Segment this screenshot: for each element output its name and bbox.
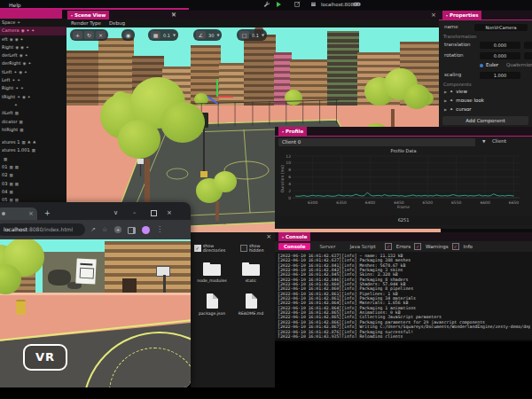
avatar[interactable] (142, 226, 150, 234)
extensions-icon[interactable]: + (114, 226, 121, 233)
package-icon[interactable] (310, 1, 317, 8)
add-component-button[interactable]: Add Component (442, 116, 528, 125)
hierarchy-item-derLeft[interactable]: derLeft◉✦ (0, 51, 66, 59)
console-filter-server[interactable]: Server (314, 243, 340, 250)
euler-radio[interactable] (480, 64, 483, 67)
grid-icon[interactable]: ▦ (151, 31, 160, 39)
component-cursor[interactable]: ▶✦cursor (444, 105, 472, 113)
chevron-down-icon[interactable]: ▼ (173, 33, 176, 37)
hierarchy-item-02[interactable]: 02▦ (0, 171, 66, 179)
show-hidden-checkbox[interactable] (240, 245, 247, 252)
tab-properties[interactable]: ▾Properties (442, 11, 481, 20)
chevron-down-icon[interactable]: ▼ (262, 33, 264, 37)
hierarchy-item-htRight[interactable]: htRight▦ (0, 126, 66, 134)
console-filter-console[interactable]: Console (278, 243, 310, 250)
hierarchy-item-tRight[interactable]: tRight✦◉✦ (0, 93, 66, 101)
tab-profile[interactable]: ▾Profile (278, 127, 307, 136)
hierarchy-item-tLeft[interactable]: tLeft✦◉✦ (0, 68, 66, 76)
share-icon[interactable]: ↗ (90, 226, 96, 233)
side-panel-icon[interactable] (128, 227, 136, 234)
tab-console[interactable]: ▾Console (278, 232, 310, 241)
menu-debug[interactable]: Debug (109, 20, 125, 27)
square-icon[interactable]: □ (239, 31, 249, 39)
address-bar[interactable]: localhost:8080/index.html (0, 223, 85, 236)
console-log-list[interactable]: [2022-06-10 16:01:42.637][info] ~ name: … (278, 254, 530, 338)
new-tab-icon[interactable]: + (44, 209, 51, 217)
hierarchy-item-03[interactable]: 03▦▦ (0, 180, 66, 188)
panel-close-icon[interactable]: × (171, 12, 176, 18)
gizmo-x-axis[interactable] (217, 96, 233, 98)
component-view[interactable]: ▶✦view (444, 87, 467, 96)
angle-icon[interactable]: ∠ (196, 31, 206, 39)
hierarchy-item-Right[interactable]: Right◉◉✦ (0, 43, 66, 51)
tab-scene-view[interactable]: ▾Scene View (67, 11, 109, 20)
show-directories-checkbox[interactable]: ✓ (194, 245, 201, 252)
grid-snap-value[interactable]: 0.1 (162, 33, 171, 38)
vr-button[interactable]: VR (23, 344, 67, 371)
scaling-field[interactable]: 1.000 (480, 72, 520, 79)
client-dropdown[interactable]: Client 0 (278, 138, 475, 146)
scale-tool-button[interactable]: × (96, 31, 106, 39)
filter-icon[interactable]: ▼ (482, 139, 485, 144)
edit-icon[interactable] (294, 1, 301, 8)
quaternion-label[interactable]: Quaternion (506, 60, 532, 70)
hierarchy-item-xtures-1-001[interactable]: xtures 1.001▦ (0, 146, 66, 154)
window-close-icon[interactable]: × (167, 209, 172, 216)
hierarchy-item-01[interactable]: 01▦▦ (0, 163, 66, 171)
hierarchy-item[interactable]: ▦ (0, 155, 66, 163)
hierarchy-item-xtures-1[interactable]: xtures 1▦♣♣ (0, 138, 66, 146)
expand-icon[interactable]: ▶ (444, 107, 447, 112)
hierarchy-item-Camera[interactable]: Camera◉✦✦ (0, 27, 66, 35)
hierarchy-item-Left[interactable]: Left✦✦ (0, 76, 66, 84)
name-field[interactable]: NonVrCamera (474, 24, 528, 31)
hierarchy-item-itLeft[interactable]: itLeft▦ (0, 109, 66, 117)
hierarchy-item-04[interactable]: 04▦ (0, 188, 66, 196)
file-entry-readme[interactable]: README.md (235, 293, 267, 316)
move-tool-button[interactable]: + (73, 31, 82, 39)
hierarchy-tab[interactable] (0, 10, 62, 20)
tab-close-icon[interactable]: × (28, 210, 34, 217)
hierarchy-item-dicator[interactable]: dicator▦ (0, 118, 66, 126)
scale-snap-value[interactable]: 0.1 (251, 33, 260, 38)
frame-scrubber[interactable]: 6251 (275, 215, 532, 225)
expand-icon[interactable]: ▶ (444, 98, 447, 103)
gizmo-y-axis[interactable] (216, 79, 218, 97)
hierarchy-item-Right[interactable]: Right✦✦ (0, 84, 66, 92)
rotate-tool-button[interactable]: ↻ (84, 31, 94, 39)
warnings-checkbox[interactable]: ✓ (414, 243, 421, 250)
expand-icon[interactable]: ▶ (444, 90, 447, 94)
hierarchy-item-Space[interactable]: Space✦ (0, 19, 66, 27)
file-entry-package-json[interactable]: package.json (196, 293, 228, 316)
hierarchy-item-derRight[interactable]: derRight◉✦ (0, 59, 66, 67)
angle-snap-value[interactable]: 30 (207, 33, 215, 38)
bookmark-star-icon[interactable]: ☆ (102, 226, 107, 233)
errors-checkbox[interactable]: ✓ (385, 243, 392, 250)
chevron-down-icon[interactable]: ▼ (216, 33, 219, 37)
component-mouse-look[interactable]: ▶✦mouse look (444, 96, 484, 105)
hierarchy-item-eft[interactable]: eft◉◉✦ (0, 35, 66, 43)
properties-close-icon[interactable]: × (431, 12, 436, 19)
browser-viewport[interactable]: VR (0, 239, 191, 387)
menu-render-type[interactable]: Render Type (71, 20, 101, 27)
euler-label[interactable]: Euler (486, 60, 498, 70)
menu-dots-icon[interactable]: ⋮ (156, 226, 163, 233)
rotation-field-cut[interactable] (524, 52, 532, 59)
wrench-icon[interactable] (263, 1, 270, 8)
file-entry-node-modules[interactable]: node_modules (196, 261, 228, 283)
browser-tab[interactable]: × (0, 207, 37, 220)
console-filter-javascript[interactable]: Java Script (344, 243, 380, 250)
profile-chart[interactable]: 6300635064006450650065506600665002468101… (282, 153, 525, 212)
file-entry-static[interactable]: static (235, 261, 267, 283)
files-close-icon[interactable]: × (266, 234, 271, 240)
globe-icon[interactable]: ◉ (124, 31, 132, 39)
translation-field[interactable]: 0.000 (480, 42, 520, 49)
maximize-icon[interactable] (151, 210, 157, 216)
tab-search-icon[interactable]: ∨ (113, 209, 118, 216)
rotation-field[interactable]: 0.000 (480, 52, 520, 59)
menu-help[interactable]: Help (9, 2, 21, 8)
info-checkbox[interactable]: ✓ (452, 243, 459, 250)
hierarchy-item[interactable]: ✦ (0, 101, 66, 109)
minimize-icon[interactable]: – (133, 209, 137, 216)
gamepad-icon[interactable] (353, 1, 361, 8)
play-icon[interactable] (277, 2, 281, 7)
